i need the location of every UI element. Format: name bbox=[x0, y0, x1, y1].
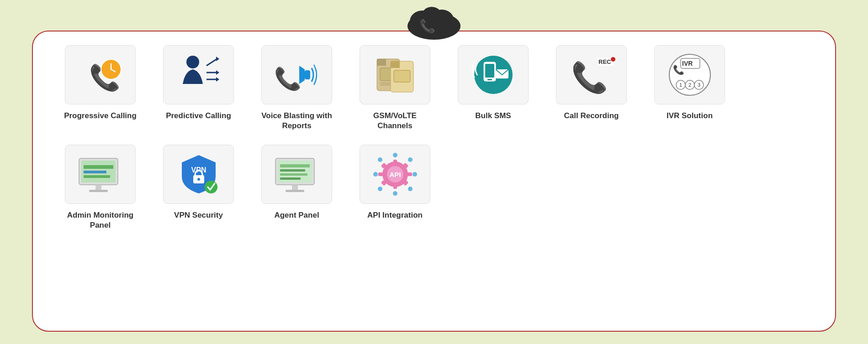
svg-rect-29 bbox=[485, 64, 494, 78]
feature-ivr-solution[interactable]: 📞 IVR 1 2 3 IVR Solution bbox=[650, 45, 730, 121]
voice-blasting-icon-box: 📞 bbox=[261, 45, 332, 104]
ivr-solution-label: IVR Solution bbox=[667, 111, 713, 121]
feature-agent-panel[interactable]: Agent Panel bbox=[257, 145, 337, 220]
svg-rect-60 bbox=[280, 169, 305, 172]
features-grid: 📞 Progressive Calling bbox=[33, 31, 835, 240]
bulk-sms-icon-box bbox=[458, 45, 529, 104]
svg-text:📞: 📞 bbox=[419, 19, 435, 34]
admin-monitoring-icon bbox=[75, 151, 126, 197]
bulk-sms-label: Bulk SMS bbox=[475, 111, 511, 121]
features-row-1: 📞 Progressive Calling bbox=[60, 45, 808, 131]
svg-rect-59 bbox=[280, 164, 310, 167]
predictive-calling-label: Predictive Calling bbox=[166, 111, 231, 121]
svg-rect-69 bbox=[378, 172, 383, 176]
feature-voice-blasting[interactable]: 📞 Voice Blasting with Reports bbox=[257, 45, 337, 131]
svg-marker-20 bbox=[377, 59, 386, 66]
svg-text:API: API bbox=[389, 171, 401, 178]
feature-gsm-volte[interactable]: GSM/VoLTE Channels bbox=[355, 45, 435, 131]
svg-point-55 bbox=[197, 178, 200, 181]
progressive-calling-label: Progressive Calling bbox=[64, 111, 137, 121]
gsm-volte-icon-box bbox=[360, 45, 430, 104]
svg-point-82 bbox=[378, 187, 382, 191]
ivr-solution-icon: 📞 IVR 1 2 3 bbox=[665, 52, 715, 98]
api-integration-icon: API bbox=[370, 151, 420, 197]
agent-panel-label: Agent Panel bbox=[274, 210, 319, 220]
bulk-sms-icon bbox=[468, 52, 519, 98]
svg-point-56 bbox=[205, 181, 217, 193]
svg-text:3: 3 bbox=[697, 82, 700, 88]
feature-api-integration[interactable]: API API Integration bbox=[355, 145, 435, 220]
feature-progressive-calling[interactable]: 📞 Progressive Calling bbox=[60, 45, 140, 121]
api-integration-label: API Integration bbox=[367, 210, 423, 220]
feature-call-recording[interactable]: 📞 REC Call Recording bbox=[551, 45, 631, 121]
main-container: 📞 📞 Progressive Calling bbox=[32, 31, 836, 332]
svg-text:IVR: IVR bbox=[682, 60, 693, 67]
predictive-calling-icon bbox=[174, 52, 224, 98]
svg-marker-15 bbox=[216, 77, 219, 82]
feature-admin-monitoring[interactable]: Admin Monitoring Panel bbox=[60, 145, 140, 230]
svg-text:📞: 📞 bbox=[274, 66, 302, 92]
svg-point-35 bbox=[611, 57, 615, 62]
svg-marker-14 bbox=[216, 70, 219, 75]
progressive-calling-icon-box: 📞 bbox=[65, 45, 136, 104]
svg-rect-64 bbox=[286, 190, 304, 192]
svg-line-10 bbox=[206, 59, 217, 66]
svg-marker-25 bbox=[391, 61, 400, 68]
svg-rect-49 bbox=[84, 171, 106, 173]
features-row-2: Admin Monitoring Panel VPN bbox=[60, 145, 808, 230]
svg-point-79 bbox=[413, 172, 417, 177]
agent-panel-icon-box bbox=[261, 145, 332, 204]
cloud-phone-icon: 📞 bbox=[404, 0, 464, 41]
svg-point-76 bbox=[393, 153, 397, 157]
vpn-security-icon: VPN bbox=[174, 151, 224, 197]
svg-rect-67 bbox=[393, 160, 397, 164]
ivr-solution-icon-box: 📞 IVR 1 2 3 bbox=[654, 45, 725, 104]
feature-predictive-calling[interactable]: Predictive Calling bbox=[159, 45, 238, 121]
svg-point-83 bbox=[408, 187, 413, 191]
gsm-volte-icon bbox=[370, 52, 420, 98]
svg-rect-48 bbox=[84, 165, 113, 169]
voice-blasting-label: Voice Blasting with Reports bbox=[257, 111, 337, 131]
gsm-volte-label: GSM/VoLTE Channels bbox=[355, 111, 435, 131]
svg-point-81 bbox=[408, 157, 413, 162]
call-recording-label: Call Recording bbox=[564, 111, 619, 121]
svg-marker-17 bbox=[299, 66, 305, 84]
svg-rect-61 bbox=[280, 173, 307, 176]
svg-rect-18 bbox=[305, 70, 310, 79]
svg-rect-30 bbox=[487, 79, 492, 80]
vpn-security-icon-box: VPN bbox=[163, 145, 234, 204]
svg-rect-26 bbox=[394, 70, 410, 82]
feature-vpn-security[interactable]: VPN VPN Security bbox=[159, 145, 238, 220]
svg-point-77 bbox=[393, 191, 397, 196]
api-integration-icon-box: API bbox=[360, 145, 430, 204]
admin-monitoring-icon-box bbox=[65, 145, 136, 204]
predictive-calling-icon-box bbox=[163, 45, 234, 104]
svg-point-9 bbox=[186, 56, 199, 68]
progressive-calling-icon: 📞 bbox=[75, 52, 126, 98]
feature-bulk-sms[interactable]: Bulk SMS bbox=[453, 45, 533, 121]
svg-rect-62 bbox=[280, 177, 301, 180]
svg-text:1: 1 bbox=[679, 82, 682, 88]
voice-blasting-icon: 📞 bbox=[272, 52, 322, 98]
svg-rect-52 bbox=[89, 190, 108, 192]
svg-rect-68 bbox=[393, 184, 397, 189]
vpn-security-label: VPN Security bbox=[174, 210, 223, 220]
svg-point-78 bbox=[373, 172, 378, 177]
svg-rect-50 bbox=[84, 175, 110, 178]
call-recording-icon: 📞 REC bbox=[566, 52, 617, 98]
svg-marker-13 bbox=[216, 57, 219, 61]
admin-monitoring-label: Admin Monitoring Panel bbox=[60, 210, 140, 230]
svg-text:REC: REC bbox=[598, 58, 611, 65]
agent-panel-icon bbox=[272, 151, 322, 197]
call-recording-icon-box: 📞 REC bbox=[556, 45, 627, 104]
svg-point-80 bbox=[378, 157, 382, 162]
svg-text:2: 2 bbox=[688, 82, 691, 88]
svg-rect-70 bbox=[408, 172, 412, 176]
